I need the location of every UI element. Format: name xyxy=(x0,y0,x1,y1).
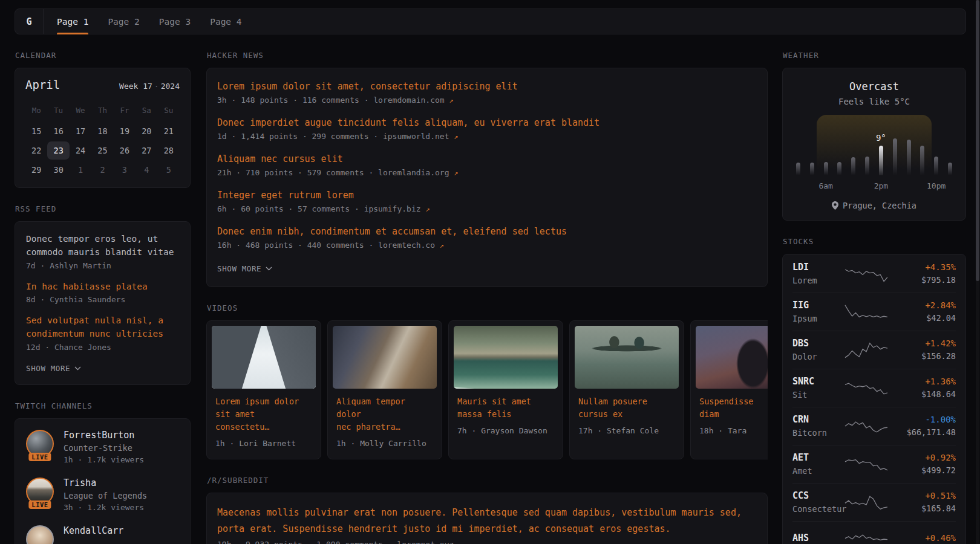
twitch-channel[interactable]: LIVE Trisha League of Legends 3h · 1.2k … xyxy=(26,478,179,512)
stock-price: $148.64 xyxy=(895,389,956,399)
video-channel-meta: 17h · Stefan Cole xyxy=(578,426,675,435)
twitch-avatar-wrap: LIVE xyxy=(26,430,54,458)
external-link-icon[interactable]: ↗ xyxy=(459,540,463,544)
calendar-month: April xyxy=(25,78,60,91)
nav-tab-label: Page 4 xyxy=(210,17,241,27)
rss-item: Donec tempor eros leo, ut commodo mauris… xyxy=(26,233,179,270)
item-meta-text: 1d · 1,414 points · 299 comments · ipsum… xyxy=(217,132,449,141)
hacker-news-item: Integer eget rutrum lorem 6h · 60 points… xyxy=(217,190,757,213)
video-thumbnail[interactable] xyxy=(212,326,316,389)
stocks-widget-title: STOCKS xyxy=(783,237,965,246)
hacker-news-item-title[interactable]: Integer eget rutrum lorem xyxy=(217,190,757,201)
stock-row[interactable]: LDI Lorem +4.35% $795.18 xyxy=(792,255,956,293)
dot-separator: · xyxy=(152,82,161,91)
video-card[interactable]: Suspendissediam 18h · Tara xyxy=(690,320,768,459)
active-tab-underline xyxy=(57,33,88,34)
video-thumbnail[interactable] xyxy=(696,326,768,389)
twitch-channel[interactable]: LIVE ForrestBurton Counter-Strike 1h · 1… xyxy=(26,430,179,464)
rss-show-more-button[interactable]: SHOW MORE xyxy=(26,364,81,373)
chevron-down-icon xyxy=(74,366,81,371)
video-card[interactable]: Lorem ipsum dolorsit amet consectetu… 1h… xyxy=(206,320,321,459)
twitch-avatar-wrap: LIVE xyxy=(26,525,54,544)
hacker-news-item-title[interactable]: Donec enim nibh, condimentum et accumsan… xyxy=(217,226,757,237)
stock-values: +0.51% $165.84 xyxy=(895,491,956,513)
stock-change-percent: +1.42% xyxy=(895,338,956,348)
stock-ticker: AHS xyxy=(792,533,837,543)
stock-change-percent: +1.36% xyxy=(895,377,956,386)
hacker-news-item-title[interactable]: Donec imperdiet augue tincidunt felis al… xyxy=(217,117,757,128)
stock-company-name: Sit xyxy=(792,390,837,400)
external-link-icon[interactable]: ↗ xyxy=(454,169,458,177)
stock-row[interactable]: CRN Bitcorn -1.00% $66,171.48 xyxy=(792,407,956,445)
video-title[interactable]: Suspendissediam xyxy=(699,395,768,421)
weather-time-label: 6am xyxy=(818,181,832,190)
twitch-channel-name[interactable]: ForrestBurton xyxy=(64,430,144,441)
calendar-day-of-week: Tu xyxy=(47,102,69,121)
video-title[interactable]: Nullam posuerecursus ex xyxy=(578,395,675,421)
twitch-channel-name[interactable]: Trisha xyxy=(64,478,147,488)
stock-row[interactable]: SNRC Sit +1.36% $148.64 xyxy=(792,369,956,407)
hacker-news-widget-title: HACKER NEWS xyxy=(207,51,767,60)
calendar-day: 24 xyxy=(70,141,91,160)
stock-company-name: Consectetur xyxy=(792,504,837,514)
video-card[interactable]: Aliquam tempor dolornec pharetra… 1h · M… xyxy=(327,320,442,459)
subreddit-widget: Maecenas mollis pulvinar erat non posuer… xyxy=(206,493,768,544)
hacker-news-item-title[interactable]: Lorem ipsum dolor sit amet, consectetur … xyxy=(217,81,757,92)
main-column: HACKER NEWS Lorem ipsum dolor sit amet, … xyxy=(206,34,768,544)
nav-tab[interactable]: Page 1 xyxy=(57,9,88,34)
external-link-icon[interactable]: ↗ xyxy=(440,241,444,250)
video-title[interactable]: Aliquam tempor dolornec pharetra… xyxy=(336,395,433,433)
stock-row[interactable]: AHS +0.46% xyxy=(792,521,956,544)
weather-temp-bar xyxy=(920,146,924,175)
calendar-day-of-week: Su xyxy=(158,102,180,121)
stock-row[interactable]: CCS Consectetur +0.51% $165.84 xyxy=(792,483,956,521)
twitch-channel-info: ForrestBurton Counter-Strike 1h · 1.7k v… xyxy=(64,430,144,464)
rss-item-title[interactable]: Donec tempor eros leo, ut commodo mauris… xyxy=(26,233,179,259)
video-thumbnail[interactable] xyxy=(575,326,679,389)
stock-id: IIG Ipsum xyxy=(792,300,837,323)
nav-tab[interactable]: Page 3 xyxy=(159,9,191,34)
weather-temp-bar xyxy=(796,163,800,175)
twitch-channel-list: LIVE ForrestBurton Counter-Strike 1h · 1… xyxy=(26,430,179,544)
stock-values: -1.00% $66,171.48 xyxy=(895,415,956,437)
hacker-news-item-meta: 6h · 60 points · 57 comments · ipsumify.… xyxy=(217,204,757,213)
weather-temp-bar xyxy=(934,157,938,175)
video-thumbnail[interactable] xyxy=(454,326,558,389)
weather-temp-bar xyxy=(948,163,952,175)
calendar-day: 29 xyxy=(25,161,47,179)
nav-tab[interactable]: Page 4 xyxy=(210,9,241,34)
rss-item-title[interactable]: In hac habitasse platea xyxy=(26,280,179,294)
subreddit-post-title[interactable]: Maecenas mollis pulvinar erat non posuer… xyxy=(217,505,757,537)
hacker-news-item-title[interactable]: Aliquam nec cursus elit xyxy=(217,154,757,164)
live-badge: LIVE xyxy=(28,453,51,461)
video-card[interactable]: Mauris sit ametmassa felis 7h · Grayson … xyxy=(448,320,563,459)
rss-widget: Donec tempor eros leo, ut commodo mauris… xyxy=(15,221,191,385)
video-title[interactable]: Lorem ipsum dolorsit amet consectetu… xyxy=(215,395,312,433)
page-columns: CALENDAR April Week 17·2024 MoTuWeThFrSa… xyxy=(0,34,980,544)
hacker-news-show-more-button[interactable]: SHOW MORE xyxy=(217,264,272,273)
twitch-channel[interactable]: LIVE KendallCarr xyxy=(26,525,179,544)
twitch-channel-name[interactable]: KendallCarr xyxy=(64,525,123,536)
twitch-channel-info: Trisha League of Legends 3h · 1.2k viewe… xyxy=(64,478,147,512)
stocks-widget: LDI Lorem +4.35% $795.18 IIG Ipsum +2.84… xyxy=(782,254,966,544)
stock-values: +0.92% $499.72 xyxy=(895,453,956,475)
external-link-icon[interactable]: ↗ xyxy=(454,132,458,141)
app-logo[interactable]: G xyxy=(15,9,44,34)
stock-row[interactable]: IIG Ipsum +2.84% $42.04 xyxy=(792,293,956,331)
stock-row[interactable]: AET Amet +0.92% $499.72 xyxy=(792,445,956,483)
rss-item-title[interactable]: Sed volutpat nulla nisl, a condimentum n… xyxy=(26,314,179,341)
video-card[interactable]: Nullam posuerecursus ex 17h · Stefan Col… xyxy=(569,320,684,459)
stock-row[interactable]: DBS Dolor +1.42% $156.28 xyxy=(792,331,956,369)
video-thumbnail[interactable] xyxy=(333,326,437,389)
external-link-icon[interactable]: ↗ xyxy=(425,205,430,213)
external-link-icon[interactable]: ↗ xyxy=(449,96,454,105)
nav-tab[interactable]: Page 2 xyxy=(108,9,139,34)
stock-id: CRN Bitcorn xyxy=(792,414,837,438)
item-meta-text: 16h · 468 points · 440 comments · loremt… xyxy=(217,241,435,250)
video-title[interactable]: Mauris sit ametmassa felis xyxy=(457,395,554,421)
page-scrollbar-thumb[interactable] xyxy=(976,0,979,281)
weather-location: Prague, Czechia xyxy=(843,201,916,210)
subreddit-post-list: Maecenas mollis pulvinar erat non posuer… xyxy=(217,505,757,544)
weather-widget: Overcast Feels like 5°C 9° 6am2pm10pm Pr… xyxy=(782,68,966,221)
stock-sparkline xyxy=(843,377,889,399)
